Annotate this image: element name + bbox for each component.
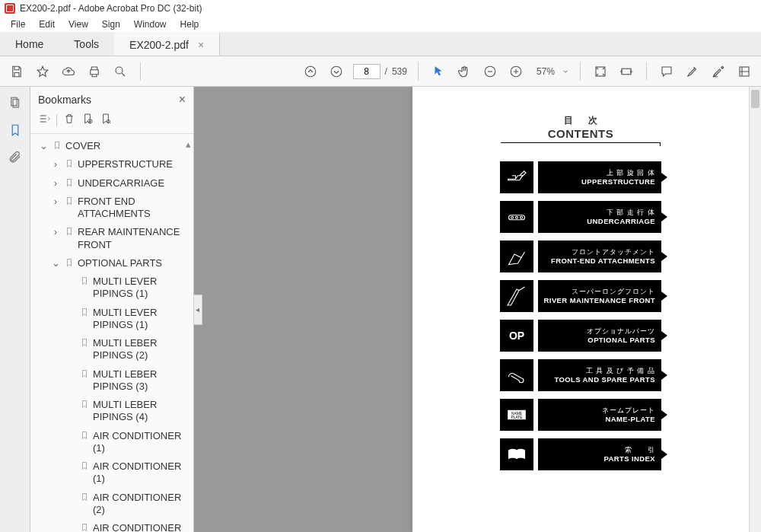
section-en: TOOLS AND SPARE PARTS (554, 375, 655, 384)
bookmark-ac2[interactable]: AIR CONDITIONER (2) (33, 489, 193, 520)
section-en: OPTIONAL PARTS (587, 336, 655, 344)
heading-rule (501, 142, 661, 143)
bookmark-label: AIR CONDITIONER (1) (93, 460, 190, 486)
star-icon[interactable] (33, 62, 52, 81)
bookmark-label: FRONT END ATTACHMENTS (78, 196, 190, 221)
bookmark-cover[interactable]: ⌄ COVER (33, 137, 193, 155)
document-viewer[interactable]: ◂ 目次 CONTENTS 上 部 旋 回 体 UPPERSTRUCTURE (194, 87, 761, 532)
thumbnails-icon[interactable] (7, 94, 24, 111)
highlight-icon[interactable] (683, 62, 702, 81)
section-nameplate: NAMEPLATE ネームプレート NAME-PLATE (500, 399, 661, 431)
bookmarks-icon[interactable] (7, 122, 24, 139)
section-jp: 索 引 (625, 446, 655, 454)
bookmarks-close-icon[interactable]: × (179, 93, 186, 107)
bookmark-icon (64, 158, 75, 169)
bookmark-front-end[interactable]: › FRONT END ATTACHMENTS (33, 193, 193, 224)
bookmark-ac1b[interactable]: AIR CONDITIONER (1) (33, 457, 193, 489)
bookmark-upperstructure[interactable]: › UPPERSTRUCTURE (33, 155, 193, 174)
pointer-icon[interactable] (429, 62, 447, 81)
section-tools: 工 具 及 び 予 備 品 TOOLS AND SPARE PARTS (500, 359, 661, 391)
bookmark-mlv1[interactable]: MULTI LEVER PIPINGS (1) (33, 272, 193, 304)
page-up-icon[interactable] (301, 62, 320, 81)
scrollbar-thumb[interactable] (751, 90, 759, 108)
bookmarks-tools (30, 110, 193, 134)
bookmark-mlb3[interactable]: MULTI LEBER PIPINGS (3) (33, 365, 193, 397)
bookmarks-tree[interactable]: ▴ ⌄ COVER › UPPERSTRUCTURE › UNDERCARRIA… (30, 134, 193, 532)
vertical-scrollbar[interactable] (749, 87, 761, 532)
svg-text:PLATE: PLATE (511, 416, 523, 419)
menu-file[interactable]: File (5, 18, 31, 31)
chevron-right-icon[interactable]: › (50, 158, 61, 170)
bookmarks-find-icon[interactable] (100, 113, 112, 127)
section-en: UPPERSTRUCTURE (581, 177, 655, 186)
svg-point-2 (331, 66, 342, 77)
bookmark-rear-maint[interactable]: › REAR MAINTENANCE FRONT (33, 223, 193, 254)
more-tools-icon[interactable] (735, 62, 753, 81)
section-jp: 工 具 及 び 予 備 品 (586, 367, 655, 375)
bookmarks-add-icon[interactable] (81, 113, 94, 127)
bookmark-mlb4[interactable]: MULTI LEBER PIPINGS (4) (33, 396, 193, 427)
bookmark-optional[interactable]: ⌄ OPTIONAL PARTS (33, 254, 193, 272)
bookmark-icon (52, 140, 62, 151)
bookmark-ac1[interactable]: AIR CONDITIONER (1) (33, 427, 193, 458)
print-icon[interactable] (85, 62, 103, 81)
tab-document-label: EX200-2.pdf (129, 39, 189, 51)
save-icon[interactable] (8, 62, 26, 81)
fit-width-icon[interactable] (617, 62, 635, 81)
svg-rect-8 (11, 97, 17, 106)
chevron-right-icon[interactable]: › (50, 177, 61, 190)
bookmark-undercarriage[interactable]: › UNDERCARRIAGE (33, 174, 193, 193)
hand-icon[interactable] (455, 62, 473, 81)
nav-strip (0, 87, 30, 532)
page-sep: / (385, 66, 387, 77)
tab-home[interactable]: Home (0, 32, 59, 56)
cloud-upload-icon[interactable] (59, 62, 78, 81)
chevron-down-icon[interactable]: ⌄ (50, 257, 61, 269)
section-optional: OP オプショナルパーツ OPTIONAL PARTS (500, 320, 661, 352)
attachments-icon[interactable] (7, 149, 24, 166)
menu-sign[interactable]: Sign (96, 18, 126, 31)
bookmark-icon (79, 307, 90, 317)
search-icon[interactable] (111, 62, 129, 81)
menu-help[interactable]: Help (174, 18, 205, 31)
zoom-in-icon[interactable] (507, 62, 525, 81)
fit-page-icon[interactable] (591, 62, 610, 81)
menu-window[interactable]: Window (128, 18, 173, 31)
page-down-icon[interactable] (327, 62, 345, 81)
bookmark-label: AIR CONDITIONER (2) (93, 522, 190, 532)
panel-collapse-handle[interactable]: ◂ (194, 295, 202, 325)
wrench-icon (500, 359, 533, 391)
chevron-right-icon[interactable]: › (50, 196, 61, 208)
bookmark-label: REAR MAINTENANCE FRONT (78, 226, 190, 251)
bookmark-icon (79, 368, 90, 379)
bookmark-mlb2[interactable]: MULTI LEBER PIPINGS (2) (33, 334, 193, 365)
section-en: NAME-PLATE (605, 415, 655, 423)
bookmarks-options-icon[interactable] (38, 113, 50, 127)
menu-edit[interactable]: Edit (33, 18, 61, 31)
bookmark-label: MULTI LEBER PIPINGS (2) (93, 337, 190, 362)
bookmark-icon (79, 337, 90, 348)
bookmarks-panel: Bookmarks × ▴ ⌄ COVER › UPPERSTRUCTURE (30, 87, 194, 532)
section-jp: スーパーロングフロント (572, 288, 655, 296)
tab-tools[interactable]: Tools (59, 32, 114, 56)
chevron-down-icon[interactable]: ⌄ (38, 140, 49, 152)
tab-close-icon[interactable]: × (198, 39, 204, 51)
tab-document[interactable]: EX200-2.pdf × (114, 32, 220, 56)
comment-icon[interactable] (658, 62, 676, 81)
bookmark-label: AIR CONDITIONER (2) (93, 492, 190, 517)
bookmark-ac2b[interactable]: AIR CONDITIONER (2) (33, 519, 193, 532)
bookmarks-delete-icon[interactable] (63, 113, 75, 127)
bookmark-label: MULTI LEBER PIPINGS (3) (93, 368, 190, 393)
chevron-right-icon[interactable]: › (50, 226, 61, 238)
titlebar: EX200-2.pdf - Adobe Acrobat Pro DC (32-b… (0, 0, 761, 17)
bookmark-mlv1b[interactable]: MULTI LEVER PIPINGS (1) (33, 304, 193, 335)
zoom-dropdown[interactable]: 57% (533, 65, 569, 78)
sign-pen-icon[interactable] (709, 62, 728, 81)
zoom-out-icon[interactable] (481, 62, 499, 81)
bookmark-icon (64, 177, 75, 188)
section-en: FRONT-END ATTACHMENTS (551, 256, 655, 265)
bookmark-label: AIR CONDITIONER (1) (93, 430, 190, 455)
menu-view[interactable]: View (62, 18, 94, 31)
op-text-icon: OP (500, 320, 533, 352)
page-input[interactable] (353, 64, 380, 79)
